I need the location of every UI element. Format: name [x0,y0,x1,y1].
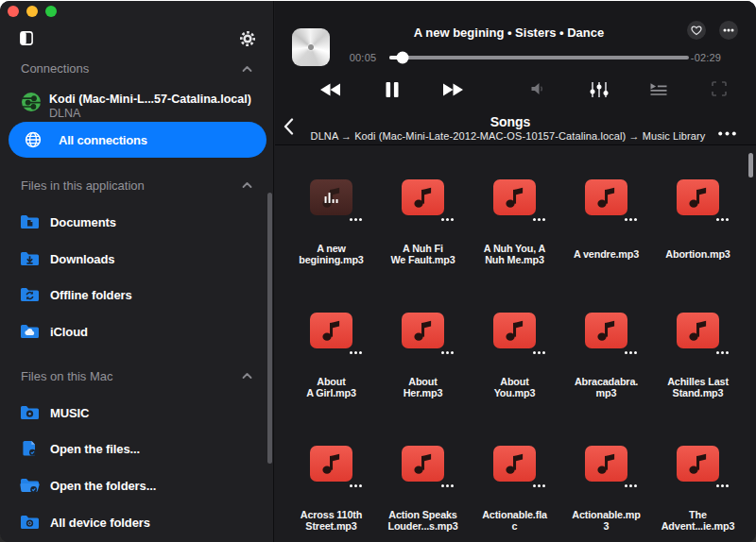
file-tile[interactable]: Abortion.mp3 [652,179,744,298]
play-queue-button[interactable] [650,82,668,99]
list-more-button[interactable] [717,124,740,131]
minimize-button[interactable] [26,6,38,17]
file-tile[interactable]: Across 110th Street.mp3 [285,446,377,542]
file-name: Across 110th Street.mp3 [285,508,377,533]
main-content: A new begining • Sisters • Dance 00:05 -… [275,1,756,542]
file-more-button[interactable] [350,351,363,354]
music-note-icon [502,185,527,211]
file-name: About A Girl.mp3 [285,375,377,399]
file-tile[interactable]: A vendre.mp3 [560,179,652,298]
sidebar-item-icloud[interactable]: iCloud [0,313,266,349]
collapse-chevron-icon[interactable] [242,372,252,380]
audio-file-icon [493,179,536,215]
sidebar-item-all-device-folders[interactable]: All device folders [0,504,266,540]
file-more-button[interactable] [716,351,730,354]
sidebar-toggle-icon[interactable] [20,31,33,45]
sidebar-scrollbar[interactable] [267,193,272,464]
equalizer-button[interactable] [590,81,610,102]
file-more-button[interactable] [533,484,546,487]
audio-file-icon [402,179,444,215]
sidebar-item-music[interactable]: MUSIC [0,395,266,431]
file-tile[interactable]: Actionable.fla c [469,446,560,542]
sidebar-item-downloads[interactable]: Downloads [0,241,266,277]
file-more-button[interactable] [625,218,638,221]
file-tile[interactable]: The Advent...ie.mp3 [652,446,744,542]
sidebar-item-offline-folders[interactable]: Offline folders [0,277,266,313]
content-scrollbar[interactable] [748,153,753,178]
audio-file-icon [585,313,627,348]
progress-slider[interactable] [389,56,689,59]
file-name: The Advent...ie.mp3 [652,508,744,533]
file-tile[interactable]: Achilles Last Stand.mp3 [652,313,744,432]
file-more-button[interactable] [533,218,546,221]
sidebar-item-label: iCloud [50,324,88,338]
chevron-left-icon [284,118,294,135]
file-more-button[interactable] [441,484,455,487]
sidebar-item-documents[interactable]: Documents [0,204,266,240]
sidebar: Connections Kodi (Mac-Mini-L...57-Catali… [0,1,274,542]
file-tile[interactable]: About A Girl.mp3 [285,313,377,432]
player-more-button[interactable] [719,21,738,40]
file-more-button[interactable] [441,218,455,221]
sidebar-item-label: Open the folders... [50,478,156,492]
rewind-icon [319,83,342,97]
sidebar-item-label: Downloads [50,251,114,265]
file-tile[interactable]: A new begining.mp3 [285,179,377,298]
file-more-button[interactable] [625,351,638,354]
music-note-icon [410,318,436,344]
section-label: Connections [21,61,89,76]
documents-folder-icon [20,213,40,230]
fullscreen-button[interactable] [712,81,727,100]
back-button[interactable] [284,118,297,135]
music-note-icon [685,185,711,211]
close-button[interactable] [8,6,19,17]
playing-equalizer-icon [324,192,338,203]
sidebar-item-label: Open the files... [50,442,140,456]
sidebar-item-label: Offline folders [50,288,132,302]
collapse-chevron-icon[interactable] [242,65,252,73]
file-name: A vendre.mp3 [560,242,652,266]
file-tile[interactable]: Action Speaks Louder...s.mp3 [377,446,469,542]
settings-gear-icon[interactable] [239,30,256,47]
zoom-button[interactable] [45,6,57,17]
file-name: Abracadabra. mp3 [560,375,652,399]
file-more-button[interactable] [533,351,546,354]
file-more-button[interactable] [350,218,363,221]
app-window: Connections Kodi (Mac-Mini-L...57-Catali… [0,1,756,542]
next-button[interactable] [441,83,464,101]
sidebar-item-open-files[interactable]: Open the files... [0,431,266,466]
icloud-folder-icon [20,323,40,340]
sidebar-item-label: All connections [59,133,147,147]
file-more-button[interactable] [716,218,730,221]
favorite-button[interactable] [687,21,706,40]
file-tile[interactable]: About Her.mp3 [377,313,469,432]
music-note-icon [593,185,619,211]
file-tile[interactable]: A Nuh You, A Nuh Me.mp3 [469,179,560,298]
pause-button[interactable] [385,82,399,102]
file-tile[interactable]: About You.mp3 [469,313,560,432]
file-name: Actionable.fla c [469,508,560,533]
file-name: About You.mp3 [469,375,560,399]
file-tile[interactable]: Actionable.mp 3 [560,446,652,542]
section-header-mac-files: Files on this Mac [21,369,113,384]
sidebar-item-label: MUSIC [50,405,89,419]
progress-knob[interactable] [396,52,408,64]
play-queue-icon [650,82,668,95]
file-name: A new begining.mp3 [285,242,377,266]
heart-icon [691,25,702,36]
file-more-button[interactable] [441,351,455,354]
file-more-button[interactable] [350,484,363,487]
file-tile[interactable]: A Nuh Fi We Fault.mp3 [377,179,469,298]
file-more-button[interactable] [625,484,638,487]
sidebar-item-all-connections[interactable]: All connections [9,122,266,158]
file-tile[interactable]: Abracadabra. mp3 [560,313,652,432]
previous-button[interactable] [319,83,342,101]
sidebar-item-kodi-connection[interactable]: Kodi (Mac-Mini-L...57-Catalina.local) DL… [0,90,266,122]
collapse-chevron-icon[interactable] [242,181,252,189]
file-name: Actionable.mp 3 [560,508,652,533]
album-art [292,28,330,66]
audio-file-icon [493,313,536,348]
file-more-button[interactable] [716,484,730,487]
sidebar-item-open-folders[interactable]: Open the folders... [0,467,266,503]
volume-button[interactable] [531,82,545,99]
